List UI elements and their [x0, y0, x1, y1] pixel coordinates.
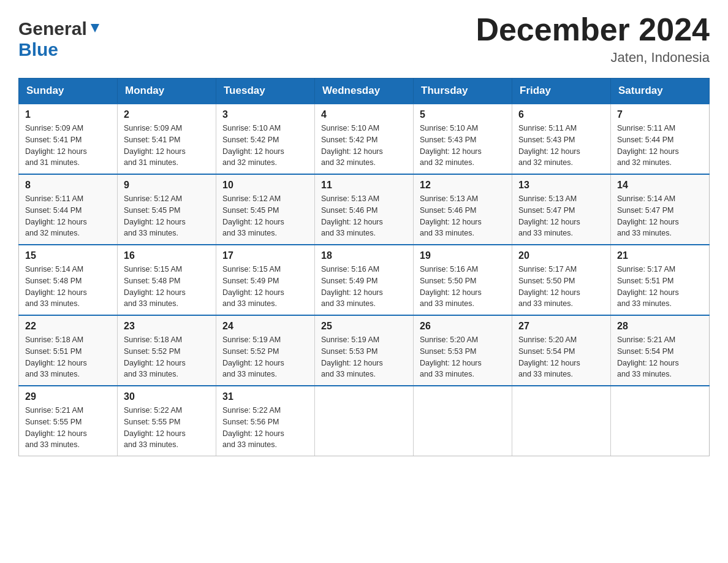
table-row: 19Sunrise: 5:16 AMSunset: 5:50 PMDayligh…: [414, 245, 512, 315]
calendar-week-row: 8Sunrise: 5:11 AMSunset: 5:44 PMDaylight…: [19, 174, 710, 245]
day-info: Sunrise: 5:22 AMSunset: 5:56 PMDaylight:…: [222, 405, 308, 451]
header-wednesday: Wednesday: [315, 79, 414, 104]
calendar-week-row: 1Sunrise: 5:09 AMSunset: 5:41 PMDaylight…: [19, 104, 710, 174]
table-row: 23Sunrise: 5:18 AMSunset: 5:52 PMDayligh…: [118, 315, 216, 386]
day-number: 2: [124, 109, 210, 120]
day-info: Sunrise: 5:21 AMSunset: 5:54 PMDaylight:…: [617, 334, 703, 380]
header-sunday: Sunday: [19, 79, 118, 104]
day-info: Sunrise: 5:13 AMSunset: 5:47 PMDaylight:…: [518, 193, 604, 239]
day-number: 19: [420, 250, 506, 261]
day-number: 22: [25, 321, 111, 332]
day-number: 1: [25, 109, 111, 120]
day-info: Sunrise: 5:10 AMSunset: 5:42 PMDaylight:…: [321, 123, 407, 169]
day-number: 18: [321, 250, 407, 261]
calendar-week-row: 29Sunrise: 5:21 AMSunset: 5:55 PMDayligh…: [19, 386, 710, 456]
table-row: [611, 386, 710, 456]
day-info: Sunrise: 5:16 AMSunset: 5:50 PMDaylight:…: [420, 264, 506, 310]
day-number: 9: [124, 180, 210, 191]
table-row: 4Sunrise: 5:10 AMSunset: 5:42 PMDaylight…: [315, 104, 414, 174]
table-row: 20Sunrise: 5:17 AMSunset: 5:50 PMDayligh…: [512, 245, 611, 315]
day-info: Sunrise: 5:17 AMSunset: 5:50 PMDaylight:…: [518, 264, 604, 310]
title-section: December 2024 Jaten, Indonesia: [476, 12, 710, 66]
table-row: 26Sunrise: 5:20 AMSunset: 5:53 PMDayligh…: [414, 315, 512, 386]
day-info: Sunrise: 5:12 AMSunset: 5:45 PMDaylight:…: [124, 193, 210, 239]
table-row: 27Sunrise: 5:20 AMSunset: 5:54 PMDayligh…: [512, 315, 611, 386]
calendar-location: Jaten, Indonesia: [476, 50, 710, 66]
day-info: Sunrise: 5:12 AMSunset: 5:45 PMDaylight:…: [222, 193, 308, 239]
day-number: 8: [25, 180, 111, 191]
logo-general-text: General: [18, 18, 87, 39]
table-row: 15Sunrise: 5:14 AMSunset: 5:48 PMDayligh…: [19, 245, 118, 315]
day-number: 21: [617, 250, 703, 261]
day-number: 6: [518, 109, 604, 120]
table-row: 30Sunrise: 5:22 AMSunset: 5:55 PMDayligh…: [118, 386, 216, 456]
day-info: Sunrise: 5:17 AMSunset: 5:51 PMDaylight:…: [617, 264, 703, 310]
table-row: 29Sunrise: 5:21 AMSunset: 5:55 PMDayligh…: [19, 386, 118, 456]
day-number: 15: [25, 250, 111, 261]
day-info: Sunrise: 5:18 AMSunset: 5:52 PMDaylight:…: [124, 334, 210, 380]
header-tuesday: Tuesday: [216, 79, 315, 104]
day-info: Sunrise: 5:11 AMSunset: 5:44 PMDaylight:…: [25, 193, 111, 239]
logo: General Blue: [18, 12, 102, 60]
day-info: Sunrise: 5:10 AMSunset: 5:43 PMDaylight:…: [420, 123, 506, 169]
page-header: General Blue December 2024 Jaten, Indone…: [18, 12, 710, 66]
table-row: 14Sunrise: 5:14 AMSunset: 5:47 PMDayligh…: [611, 174, 710, 245]
day-number: 25: [321, 321, 407, 332]
day-number: 31: [222, 391, 308, 402]
day-number: 5: [420, 109, 506, 120]
day-info: Sunrise: 5:11 AMSunset: 5:43 PMDaylight:…: [518, 123, 604, 169]
day-info: Sunrise: 5:09 AMSunset: 5:41 PMDaylight:…: [25, 123, 111, 169]
calendar-week-row: 22Sunrise: 5:18 AMSunset: 5:51 PMDayligh…: [19, 315, 710, 386]
table-row: 7Sunrise: 5:11 AMSunset: 5:44 PMDaylight…: [611, 104, 710, 174]
day-info: Sunrise: 5:13 AMSunset: 5:46 PMDaylight:…: [321, 193, 407, 239]
calendar-table: Sunday Monday Tuesday Wednesday Thursday…: [18, 78, 710, 456]
day-info: Sunrise: 5:20 AMSunset: 5:54 PMDaylight:…: [518, 334, 604, 380]
day-info: Sunrise: 5:14 AMSunset: 5:48 PMDaylight:…: [25, 264, 111, 310]
day-info: Sunrise: 5:16 AMSunset: 5:49 PMDaylight:…: [321, 264, 407, 310]
table-row: 8Sunrise: 5:11 AMSunset: 5:44 PMDaylight…: [19, 174, 118, 245]
table-row: 12Sunrise: 5:13 AMSunset: 5:46 PMDayligh…: [414, 174, 512, 245]
day-info: Sunrise: 5:11 AMSunset: 5:44 PMDaylight:…: [617, 123, 703, 169]
day-number: 27: [518, 321, 604, 332]
table-row: 13Sunrise: 5:13 AMSunset: 5:47 PMDayligh…: [512, 174, 611, 245]
table-row: 11Sunrise: 5:13 AMSunset: 5:46 PMDayligh…: [315, 174, 414, 245]
day-number: 26: [420, 321, 506, 332]
calendar-header-row: Sunday Monday Tuesday Wednesday Thursday…: [19, 79, 710, 104]
table-row: 18Sunrise: 5:16 AMSunset: 5:49 PMDayligh…: [315, 245, 414, 315]
day-info: Sunrise: 5:15 AMSunset: 5:48 PMDaylight:…: [124, 264, 210, 310]
table-row: 1Sunrise: 5:09 AMSunset: 5:41 PMDaylight…: [19, 104, 118, 174]
day-number: 3: [222, 109, 308, 120]
day-number: 30: [124, 391, 210, 402]
table-row: 6Sunrise: 5:11 AMSunset: 5:43 PMDaylight…: [512, 104, 611, 174]
table-row: 28Sunrise: 5:21 AMSunset: 5:54 PMDayligh…: [611, 315, 710, 386]
day-info: Sunrise: 5:20 AMSunset: 5:53 PMDaylight:…: [420, 334, 506, 380]
day-info: Sunrise: 5:14 AMSunset: 5:47 PMDaylight:…: [617, 193, 703, 239]
header-friday: Friday: [512, 79, 611, 104]
table-row: 2Sunrise: 5:09 AMSunset: 5:41 PMDaylight…: [118, 104, 216, 174]
day-number: 23: [124, 321, 210, 332]
header-thursday: Thursday: [414, 79, 512, 104]
day-info: Sunrise: 5:21 AMSunset: 5:55 PMDaylight:…: [25, 405, 111, 451]
header-monday: Monday: [118, 79, 216, 104]
day-number: 13: [518, 180, 604, 191]
day-number: 14: [617, 180, 703, 191]
logo-arrow-icon: [88, 21, 102, 35]
day-info: Sunrise: 5:19 AMSunset: 5:53 PMDaylight:…: [321, 334, 407, 380]
logo-blue-text: Blue: [18, 39, 58, 59]
header-saturday: Saturday: [611, 79, 710, 104]
table-row: 16Sunrise: 5:15 AMSunset: 5:48 PMDayligh…: [118, 245, 216, 315]
day-number: 29: [25, 391, 111, 402]
table-row: 31Sunrise: 5:22 AMSunset: 5:56 PMDayligh…: [216, 386, 315, 456]
day-info: Sunrise: 5:09 AMSunset: 5:41 PMDaylight:…: [124, 123, 210, 169]
table-row: [512, 386, 611, 456]
table-row: [315, 386, 414, 456]
day-info: Sunrise: 5:13 AMSunset: 5:46 PMDaylight:…: [420, 193, 506, 239]
day-number: 7: [617, 109, 703, 120]
day-number: 20: [518, 250, 604, 261]
svg-marker-0: [91, 24, 99, 33]
day-info: Sunrise: 5:18 AMSunset: 5:51 PMDaylight:…: [25, 334, 111, 380]
day-number: 11: [321, 180, 407, 191]
day-number: 28: [617, 321, 703, 332]
day-number: 16: [124, 250, 210, 261]
table-row: 3Sunrise: 5:10 AMSunset: 5:42 PMDaylight…: [216, 104, 315, 174]
